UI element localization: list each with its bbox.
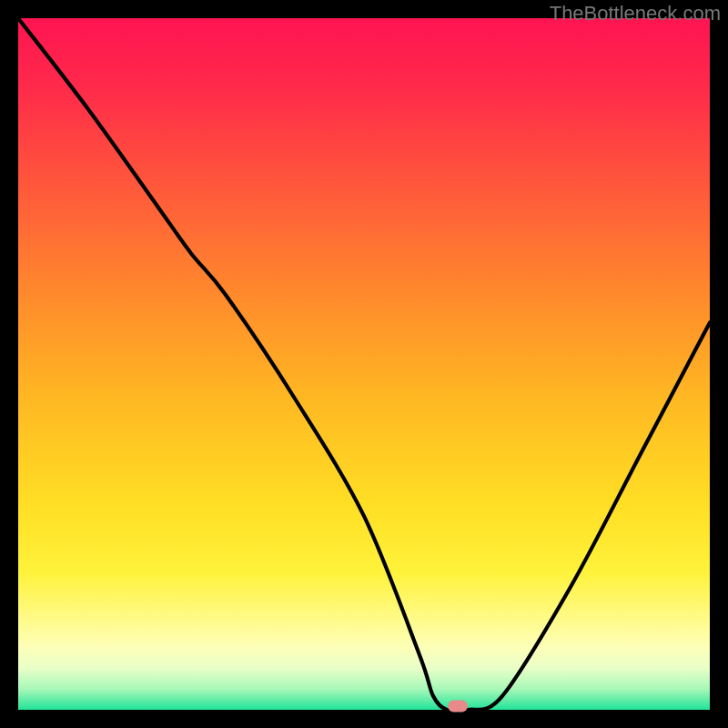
plot-area bbox=[18, 18, 710, 710]
watermark-label: TheBottleneck.com bbox=[550, 2, 721, 25]
bottleneck-curve bbox=[18, 18, 710, 710]
optimal-marker bbox=[448, 701, 468, 713]
